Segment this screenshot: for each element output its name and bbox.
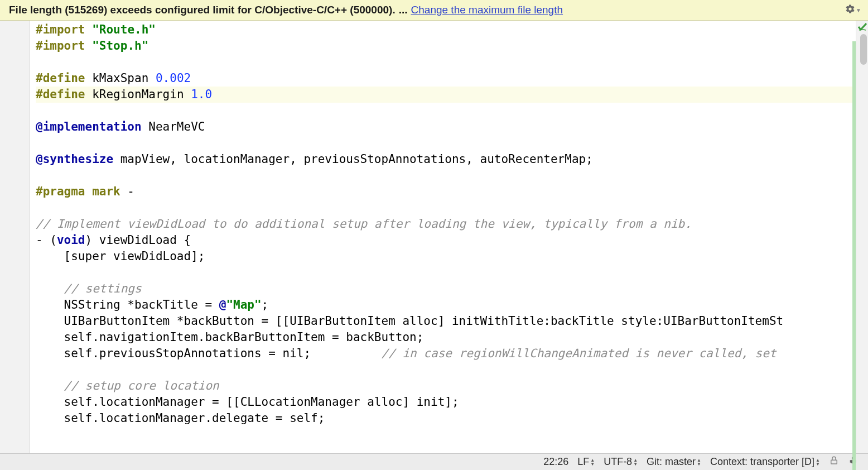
code-line[interactable] [36,265,868,281]
gear-icon [845,4,855,17]
code-line[interactable]: #define kMaxSpan 0.002 [36,70,868,87]
code-line[interactable]: [super viewDidLoad]; [36,248,868,265]
code-content[interactable]: #import "Route.h"#import "Stop.h" #defin… [30,21,868,426]
code-line[interactable]: self.previousStopAnnotations = nil; // i… [36,346,868,362]
git-branch-widget[interactable]: Git: master ▲▼ [647,456,701,468]
code-line[interactable]: #define kRegionMargin 1.0 [36,87,868,103]
change-max-file-length-link[interactable]: Change the maximum file length [411,4,563,16]
notification-message: File length (515269) exceeds configured … [9,4,396,16]
svg-rect-0 [831,460,837,464]
inspection-ok-icon [858,22,867,33]
svg-rect-3 [850,460,851,463]
code-line[interactable]: #import "Route.h" [36,22,868,38]
line-separator-widget[interactable]: LF ▲▼ [577,456,595,468]
updown-icon: ▲▼ [590,458,595,466]
chevron-down-icon: ▼ [856,7,861,13]
code-area[interactable]: #import "Route.h"#import "Stop.h" #defin… [30,21,868,453]
updown-icon: ▲▼ [816,458,820,466]
code-line[interactable]: // Implement viewDidLoad to do additiona… [36,216,868,232]
code-line[interactable] [36,135,868,151]
encoding-value: UTF-8 [604,456,632,468]
notification-ellipsis: ... [399,4,408,16]
code-line[interactable] [36,167,868,184]
scrollbar-thumb[interactable] [860,34,867,65]
gutter[interactable] [0,21,30,453]
git-branch-value: Git: master [647,456,696,468]
code-line[interactable]: @synthesize mapView, locationManager, pr… [36,151,868,167]
code-line[interactable]: #import "Stop.h" [36,38,868,54]
updown-icon: ▲▼ [633,458,638,466]
code-line[interactable]: self.locationManager = [[CLLocationManag… [36,394,868,410]
code-line[interactable]: self.locationManager.delegate = self; [36,410,868,426]
updown-icon: ▲▼ [697,458,701,466]
code-line[interactable]: // setup core location [36,378,868,394]
code-line[interactable] [36,54,868,70]
code-line[interactable]: NSString *backTitle = @"Map"; [36,297,868,313]
error-stripe-rail[interactable] [856,21,868,453]
code-line[interactable] [36,200,868,216]
notification-settings-button[interactable]: ▼ [845,4,861,17]
notification-bar: File length (515269) exceeds configured … [0,0,868,21]
lock-icon [829,455,839,468]
context-value: Context: transporter [D] [710,456,814,468]
code-line[interactable] [36,362,868,378]
encoding-widget[interactable]: UTF-8 ▲▼ [604,456,638,468]
cursor-position[interactable]: 22:26 [543,456,568,468]
code-line[interactable]: UIBarButtonItem *backButton = [[UIBarBut… [36,313,868,329]
editor-area: #import "Route.h"#import "Stop.h" #defin… [0,21,868,453]
context-widget[interactable]: Context: transporter [D] ▲▼ [710,456,820,468]
code-line[interactable]: // settings [36,281,868,297]
code-line[interactable]: @implementation NearMeVC [36,119,868,135]
code-line[interactable]: - (void) viewDidLoad { [36,232,868,248]
readonly-lock-button[interactable] [829,455,839,468]
code-line[interactable]: self.navigationItem.backBarButtonItem = … [36,329,868,346]
code-line[interactable]: #pragma mark - [36,184,868,200]
code-line[interactable] [36,103,868,119]
status-bar: 22:26 LF ▲▼ UTF-8 ▲▼ Git: master ▲▼ Cont… [0,453,868,470]
line-separator-value: LF [577,456,589,468]
